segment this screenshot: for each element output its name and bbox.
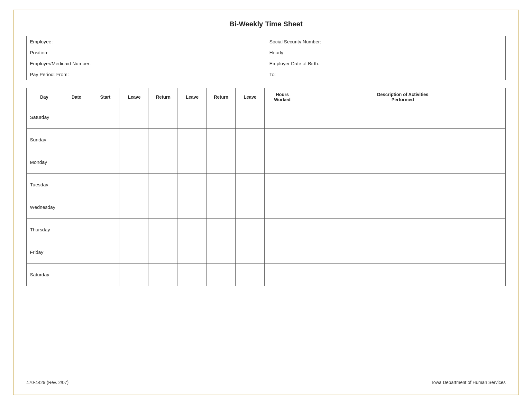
info-left-label: Employer/Medicaid Number: bbox=[27, 58, 266, 69]
cell-hours bbox=[265, 196, 300, 219]
footer-left: 470-4429 (Rev. 2/07) bbox=[26, 380, 69, 385]
cell-leave2 bbox=[178, 264, 207, 286]
footer: 470-4429 (Rev. 2/07) Iowa Department of … bbox=[26, 380, 506, 385]
cell-leave1 bbox=[120, 174, 149, 196]
cell-return2 bbox=[207, 151, 236, 174]
cell-hours bbox=[265, 264, 300, 286]
cell-start bbox=[91, 151, 120, 174]
cell-day: Saturday bbox=[27, 264, 62, 286]
col-header-day: Day bbox=[27, 88, 62, 106]
col-header-desc: Description of ActivitiesPerformed bbox=[300, 88, 506, 106]
cell-return1 bbox=[149, 129, 178, 151]
cell-desc bbox=[300, 264, 506, 286]
col-header-leave3: Leave bbox=[236, 88, 265, 106]
table-row: Friday bbox=[27, 241, 506, 264]
cell-hours bbox=[265, 219, 300, 241]
cell-start bbox=[91, 106, 120, 129]
cell-return1 bbox=[149, 241, 178, 264]
col-header-leave1: Leave bbox=[120, 88, 149, 106]
cell-return1 bbox=[149, 219, 178, 241]
cell-return2 bbox=[207, 106, 236, 129]
cell-return1 bbox=[149, 264, 178, 286]
table-row: Wednesday bbox=[27, 196, 506, 219]
cell-leave2 bbox=[178, 129, 207, 151]
table-row: Sunday bbox=[27, 129, 506, 151]
cell-leave3 bbox=[236, 241, 265, 264]
cell-leave3 bbox=[236, 264, 265, 286]
table-row: Tuesday bbox=[27, 174, 506, 196]
cell-leave3 bbox=[236, 174, 265, 196]
cell-leave2 bbox=[178, 219, 207, 241]
cell-return2 bbox=[207, 174, 236, 196]
cell-day: Tuesday bbox=[27, 174, 62, 196]
info-left-label: Pay Period: From: bbox=[27, 69, 266, 80]
table-row: Thursday bbox=[27, 219, 506, 241]
cell-leave1 bbox=[120, 106, 149, 129]
info-right-label: Hourly: bbox=[266, 47, 506, 58]
cell-date bbox=[62, 196, 91, 219]
cell-leave3 bbox=[236, 219, 265, 241]
cell-leave2 bbox=[178, 151, 207, 174]
cell-date bbox=[62, 106, 91, 129]
cell-leave1 bbox=[120, 241, 149, 264]
cell-desc bbox=[300, 174, 506, 196]
table-row: Saturday bbox=[27, 264, 506, 286]
cell-leave2 bbox=[178, 174, 207, 196]
cell-start bbox=[91, 129, 120, 151]
cell-date bbox=[62, 241, 91, 264]
cell-hours bbox=[265, 106, 300, 129]
cell-day: Monday bbox=[27, 151, 62, 174]
cell-day: Saturday bbox=[27, 106, 62, 129]
cell-day: Friday bbox=[27, 241, 62, 264]
cell-desc bbox=[300, 241, 506, 264]
page-border: Bi-Weekly Time Sheet Employee:Social Sec… bbox=[13, 10, 519, 395]
cell-date bbox=[62, 174, 91, 196]
col-header-date: Date bbox=[62, 88, 91, 106]
cell-date bbox=[62, 151, 91, 174]
info-table: Employee:Social Security Number:Position… bbox=[26, 36, 506, 80]
table-row: Monday bbox=[27, 151, 506, 174]
cell-hours bbox=[265, 151, 300, 174]
cell-day: Thursday bbox=[27, 219, 62, 241]
cell-desc bbox=[300, 196, 506, 219]
cell-day: Wednesday bbox=[27, 196, 62, 219]
info-right-label: To: bbox=[266, 69, 506, 80]
info-left-label: Employee: bbox=[27, 36, 266, 47]
cell-return2 bbox=[207, 219, 236, 241]
cell-start bbox=[91, 264, 120, 286]
cell-return2 bbox=[207, 129, 236, 151]
cell-start bbox=[91, 174, 120, 196]
cell-desc bbox=[300, 151, 506, 174]
page-title: Bi-Weekly Time Sheet bbox=[26, 20, 506, 28]
cell-hours bbox=[265, 174, 300, 196]
info-left-label: Position: bbox=[27, 47, 266, 58]
cell-leave2 bbox=[178, 106, 207, 129]
cell-desc bbox=[300, 129, 506, 151]
info-right-label: Employer Date of Birth: bbox=[266, 58, 506, 69]
col-header-return1: Return bbox=[149, 88, 178, 106]
col-header-start: Start bbox=[91, 88, 120, 106]
cell-return1 bbox=[149, 106, 178, 129]
time-table: DayDateStartLeaveReturnLeaveReturnLeaveH… bbox=[26, 88, 506, 286]
cell-leave1 bbox=[120, 219, 149, 241]
cell-start bbox=[91, 196, 120, 219]
cell-date bbox=[62, 264, 91, 286]
cell-hours bbox=[265, 241, 300, 264]
cell-desc bbox=[300, 106, 506, 129]
cell-date bbox=[62, 129, 91, 151]
cell-leave2 bbox=[178, 241, 207, 264]
cell-start bbox=[91, 219, 120, 241]
cell-leave1 bbox=[120, 151, 149, 174]
cell-date bbox=[62, 219, 91, 241]
cell-leave3 bbox=[236, 129, 265, 151]
cell-day: Sunday bbox=[27, 129, 62, 151]
cell-leave1 bbox=[120, 264, 149, 286]
cell-desc bbox=[300, 219, 506, 241]
col-header-hours: HoursWorked bbox=[265, 88, 300, 106]
cell-leave3 bbox=[236, 106, 265, 129]
table-row: Saturday bbox=[27, 106, 506, 129]
cell-return2 bbox=[207, 196, 236, 219]
cell-return2 bbox=[207, 241, 236, 264]
footer-right: Iowa Department of Human Services bbox=[432, 380, 506, 385]
cell-return1 bbox=[149, 196, 178, 219]
